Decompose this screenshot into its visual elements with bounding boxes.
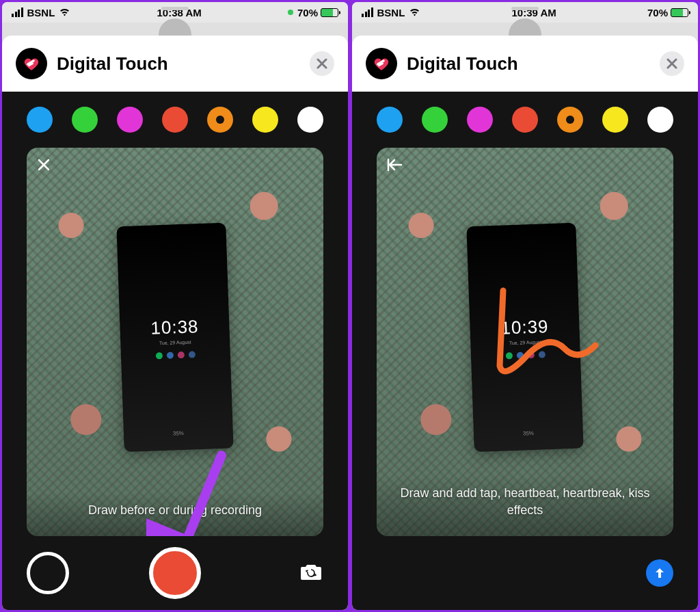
inner-phone-app-dots <box>506 351 546 359</box>
color-swatch-yellow[interactable] <box>252 107 278 133</box>
inner-phone-clock: 10:39 <box>500 316 549 338</box>
preview-close-button[interactable] <box>36 157 51 176</box>
color-swatch-white[interactable] <box>297 107 323 133</box>
send-controls <box>352 536 698 610</box>
digital-touch-sheet: Digital Touch 10:39 Tue, 29 Augus <box>352 36 698 610</box>
color-swatch-white[interactable] <box>647 107 673 133</box>
close-button[interactable] <box>660 51 684 76</box>
sheet-header: Digital Touch <box>2 36 348 92</box>
x-icon <box>36 157 51 172</box>
hint-text: Draw before or during recording <box>27 492 323 536</box>
canvas-area: 10:38 Tue, 29 August 35% Draw before or … <box>2 92 348 610</box>
color-swatch-red[interactable] <box>512 107 538 133</box>
digital-touch-sheet: Digital Touch 10:38 Tue, 29 Augus <box>2 36 348 610</box>
back-arrow-icon <box>386 157 404 172</box>
arrow-up-icon <box>653 566 667 580</box>
shutter-button[interactable] <box>27 552 69 594</box>
inner-phone-date: Tue, 29 August <box>159 339 191 345</box>
color-palette <box>352 92 698 148</box>
battery-percent-label: 70% <box>297 7 318 18</box>
preview-back-button[interactable] <box>386 157 404 176</box>
close-icon <box>317 58 327 69</box>
wifi-icon <box>59 7 70 18</box>
color-swatch-green[interactable] <box>422 107 448 133</box>
close-button[interactable] <box>310 51 334 76</box>
battery-icon <box>321 8 338 17</box>
phone-screenshot-right: BSNL 10:39 AM 70% Digital Touch <box>352 2 698 610</box>
canvas-area: 10:39 Tue, 29 August 35% Draw and add ta… <box>352 92 698 610</box>
battery-percent-label: 70% <box>647 7 668 18</box>
sheet-header: Digital Touch <box>352 36 698 92</box>
close-icon <box>667 58 677 69</box>
camera-preview[interactable]: 10:39 Tue, 29 August 35% Draw and add ta… <box>377 148 673 536</box>
color-swatch-orange[interactable] <box>207 107 233 133</box>
wifi-icon <box>409 7 420 18</box>
flip-camera-icon <box>299 561 323 582</box>
flip-camera-button[interactable] <box>299 561 323 585</box>
send-button[interactable] <box>646 559 673 587</box>
sheet-title: Digital Touch <box>407 53 650 75</box>
inner-phone-app-dots <box>156 351 196 359</box>
camera-controls <box>2 536 348 610</box>
color-swatch-blue[interactable] <box>27 107 53 133</box>
camera-active-dot-icon <box>288 10 293 15</box>
battery-icon <box>671 8 688 17</box>
inner-phone-battery: 35% <box>523 430 534 437</box>
color-swatch-blue[interactable] <box>377 107 403 133</box>
phone-on-carpet: 10:39 Tue, 29 August 35% <box>466 223 583 452</box>
signal-icon <box>12 8 23 17</box>
digital-touch-app-icon <box>16 48 47 79</box>
inner-phone-date: Tue, 29 August <box>509 339 541 345</box>
hint-text: Draw and add tap, heartbeat, heartbreak,… <box>377 475 673 536</box>
color-swatch-red[interactable] <box>162 107 188 133</box>
signal-icon <box>362 8 373 17</box>
color-palette <box>2 92 348 148</box>
digital-touch-app-icon <box>366 48 397 79</box>
camera-preview[interactable]: 10:38 Tue, 29 August 35% Draw before or … <box>27 148 323 536</box>
color-swatch-pink[interactable] <box>117 107 143 133</box>
carrier-label: BSNL <box>377 7 405 18</box>
phone-on-carpet: 10:38 Tue, 29 August 35% <box>116 223 233 452</box>
carrier-label: BSNL <box>27 7 55 18</box>
inner-phone-battery: 35% <box>173 430 184 437</box>
phone-screenshot-left: BSNL 10:38 AM 70% Digital Touch <box>2 2 348 610</box>
color-swatch-pink[interactable] <box>467 107 493 133</box>
color-swatch-yellow[interactable] <box>602 107 628 133</box>
color-swatch-orange[interactable] <box>557 107 583 133</box>
inner-phone-clock: 10:38 <box>150 316 199 338</box>
color-swatch-green[interactable] <box>72 107 98 133</box>
sheet-title: Digital Touch <box>57 53 300 75</box>
record-button[interactable] <box>149 547 201 599</box>
